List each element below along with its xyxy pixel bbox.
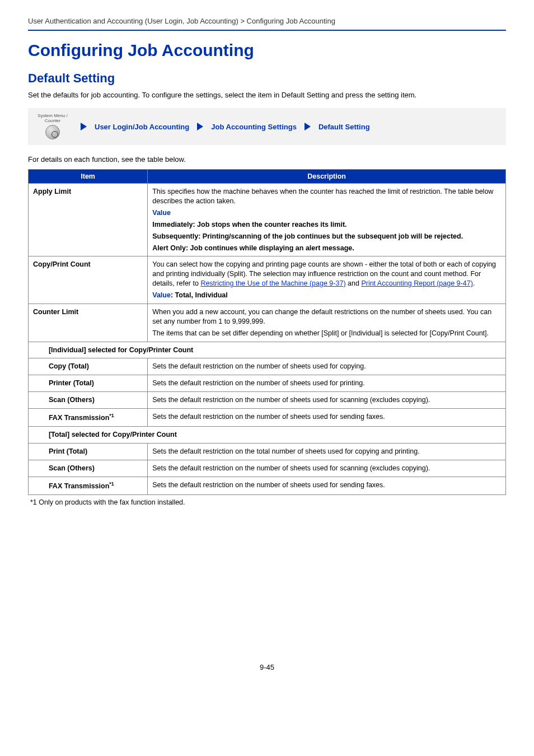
cell-cpc-name: Copy/Print Count [29, 256, 148, 304]
page-title-h1: Configuring Job Accounting [28, 41, 506, 60]
cell-scan-others-1-desc: Sets the default restriction on the numb… [148, 392, 506, 409]
pre-table-text: For details on each function, see the ta… [28, 155, 506, 164]
th-description: Description [148, 170, 506, 184]
row-copy-print-count: Copy/Print Count You can select how the … [29, 256, 506, 304]
settings-table: Item Description Apply Limit This specif… [28, 169, 506, 495]
cl-p2: The items that can be set differ dependi… [152, 329, 501, 338]
cell-apply-limit-name: Apply Limit [29, 184, 148, 256]
section-individual-label: [Individual] selected for Copy/Printer C… [44, 342, 506, 358]
cell-print-total-name: Print (Total) [44, 443, 148, 460]
cpc-paragraph: You can select how the copying and print… [152, 260, 501, 288]
breadcrumb: User Authentication and Accounting (User… [28, 17, 506, 31]
indent-cell [29, 392, 44, 409]
page-title-h2: Default Setting [28, 71, 506, 86]
th-item: Item [29, 170, 148, 184]
fax-1-label: FAX Transmission [49, 414, 109, 422]
indent-cell [29, 409, 44, 427]
cell-fax-2-name: FAX Transmission*1 [44, 477, 148, 494]
apply-limit-immediate: Immediately: Job stops when the counter … [152, 220, 501, 230]
intro-paragraph: Set the defaults for job accounting. To … [28, 90, 506, 100]
row-printer-total: Printer (Total) Sets the default restric… [29, 375, 506, 392]
cell-cl-desc: When you add a new account, you can chan… [148, 304, 506, 342]
row-print-total: Print (Total) Sets the default restricti… [29, 443, 506, 460]
cl-p1: When you add a new account, you can chan… [152, 307, 501, 326]
cell-fax-1-desc: Sets the default restriction on the numb… [148, 409, 506, 427]
nav-step-2: Job Accounting Settings [211, 123, 297, 131]
indent-cell [29, 460, 44, 477]
footnote-star1: *1 Only on products with the fax functio… [28, 498, 506, 506]
cell-scan-others-2-desc: Sets the default restriction on the numb… [148, 460, 506, 477]
fax-2-label: FAX Transmission [49, 482, 109, 490]
cell-printer-total-desc: Sets the default restriction on the numb… [148, 375, 506, 392]
cell-copy-total-desc: Sets the default restriction on the numb… [148, 358, 506, 375]
chevron-right-icon [197, 123, 203, 130]
indent-cell [29, 358, 44, 375]
nav-step-3: Default Setting [318, 123, 370, 131]
indent-cell [29, 375, 44, 392]
sysmenu-button-icon [45, 125, 60, 139]
cell-print-total-desc: Sets the default restriction on the tota… [148, 443, 506, 460]
apply-limit-subsequent: Subsequently: Printing/scanning of the j… [152, 232, 501, 241]
cell-copy-total-name: Copy (Total) [44, 358, 148, 375]
page-number: 9-45 [28, 663, 506, 671]
row-copy-total: Copy (Total) Sets the default restrictio… [29, 358, 506, 375]
row-section-individual: [Individual] selected for Copy/Printer C… [29, 342, 506, 358]
cpc-p-b: and [346, 279, 362, 287]
link-print-accounting-report[interactable]: Print Accounting Report (page 9-47) [361, 279, 472, 287]
indent-cell [29, 342, 44, 358]
cell-scan-others-2-name: Scan (Others) [44, 460, 148, 477]
sysmenu-label-bottom: Counter [45, 119, 60, 123]
chevron-right-icon [81, 123, 87, 130]
chevron-right-icon [305, 123, 311, 130]
fax-1-footnote-ref: *1 [109, 413, 114, 418]
link-restricting-use[interactable]: Restricting the Use of the Machine (page… [200, 279, 345, 287]
row-counter-limit: Counter Limit When you add a new account… [29, 304, 506, 342]
fax-2-footnote-ref: *1 [109, 481, 114, 487]
indent-cell [29, 477, 44, 494]
navigation-path-box: System Menu / Counter User Login/Job Acc… [28, 108, 506, 145]
cell-cpc-desc: You can select how the copying and print… [148, 256, 506, 304]
system-menu-key: System Menu / Counter [36, 114, 69, 139]
section-total-label: [Total] selected for Copy/Printer Count [44, 427, 506, 444]
cell-fax-2-desc: Sets the default restriction on the numb… [148, 477, 506, 494]
row-scan-others-1: Scan (Others) Sets the default restricti… [29, 392, 506, 409]
cpc-value-line: Value: Total, Individual [152, 291, 501, 300]
cell-cl-name: Counter Limit [29, 304, 148, 342]
cell-printer-total-name: Printer (Total) [44, 375, 148, 392]
row-section-total: [Total] selected for Copy/Printer Count [29, 427, 506, 444]
indent-cell [29, 443, 44, 460]
indent-cell [29, 427, 44, 444]
table-header-row: Item Description [29, 170, 506, 184]
cell-apply-limit-desc: This specifies how the machine behaves w… [148, 184, 506, 256]
cpc-value-rest: : Total, Individual [171, 291, 228, 299]
apply-limit-alert: Alert Only: Job continues while displayi… [152, 244, 501, 253]
row-fax-1: FAX Transmission*1 Sets the default rest… [29, 409, 506, 427]
cell-scan-others-1-name: Scan (Others) [44, 392, 148, 409]
nav-step-1: User Login/Job Accounting [95, 123, 189, 131]
row-fax-2: FAX Transmission*1 Sets the default rest… [29, 477, 506, 494]
cpc-value-label: Value [152, 291, 171, 299]
apply-limit-value-label: Value [152, 208, 501, 218]
row-scan-others-2: Scan (Others) Sets the default restricti… [29, 460, 506, 477]
row-apply-limit: Apply Limit This specifies how the machi… [29, 184, 506, 256]
cpc-p-c: . [473, 279, 475, 287]
cell-fax-1-name: FAX Transmission*1 [44, 409, 148, 427]
sysmenu-label-top: System Menu / [38, 114, 67, 118]
apply-limit-p1: This specifies how the machine behaves w… [152, 187, 501, 206]
